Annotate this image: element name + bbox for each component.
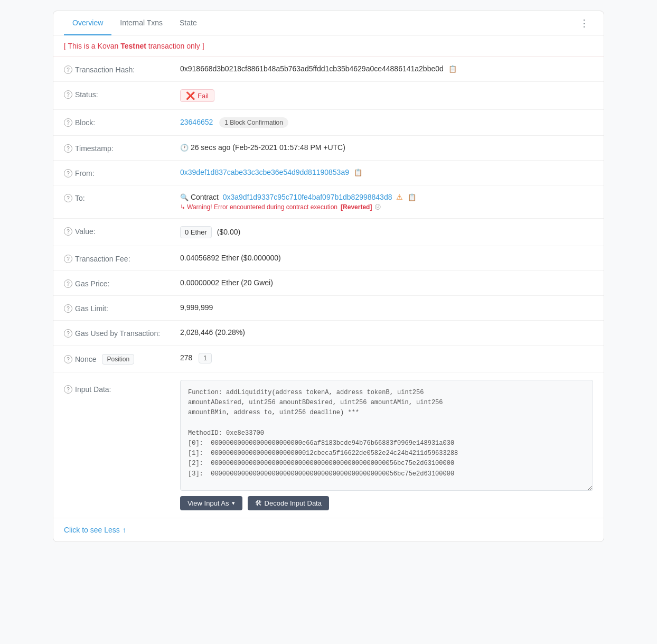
to-contract-line: 🔍 Contract 0x3a9df1d9337c95c710fe4baf097… (180, 193, 593, 201)
transaction-hash-value: 0x918668d3b0218cf8861b48a5b763ad5ffdd1cb… (180, 64, 593, 73)
status-row: ? Status: ❌ Fail (53, 82, 604, 110)
timestamp-label: ? Timestamp: (64, 143, 180, 153)
testnet-suffix: transaction only ] (146, 42, 204, 50)
transaction-hash-row: ? Transaction Hash: 0x918668d3b0218cf886… (53, 57, 604, 82)
tab-state[interactable]: State (171, 11, 205, 35)
copy-from-icon[interactable]: 📋 (354, 169, 362, 176)
more-options-icon[interactable]: ⋮ (575, 13, 593, 33)
help-icon-value[interactable]: ? (64, 227, 72, 236)
contract-search-icon: 🔍 (180, 193, 189, 201)
warning-text: ↳ Warning! Error encountered during cont… (180, 203, 593, 211)
help-icon-block[interactable]: ? (64, 118, 72, 127)
gas-price-value: 0.00000002 Ether (20 Gwei) (180, 278, 593, 287)
tabs-bar: Overview Internal Txns State ⋮ (53, 11, 604, 35)
timestamp-row: ? Timestamp: 🕐 26 secs ago (Feb-25-2021 … (53, 136, 604, 161)
nonce-position-value: 1 (199, 353, 212, 363)
tab-overview[interactable]: Overview (64, 11, 111, 35)
gas-used-label: ? Gas Used by Transaction: (64, 328, 180, 338)
decode-icon: 🛠 (255, 499, 262, 507)
gas-price-label: ? Gas Price: (64, 278, 180, 288)
transaction-fee-label: ? Transaction Fee: (64, 254, 180, 263)
block-number-link[interactable]: 23646652 (180, 118, 213, 126)
transaction-card: Overview Internal Txns State ⋮ [ This is… (53, 11, 604, 542)
testnet-prefix: [ This is a Kovan (64, 42, 120, 50)
transaction-hash-label: ? Transaction Hash: (64, 64, 180, 74)
to-row: ? To: 🔍 Contract 0x3a9df1d9337c95c710fe4… (53, 185, 604, 219)
gas-limit-value: 9,999,999 (180, 303, 593, 312)
gas-used-value: 2,028,446 (20.28%) (180, 328, 593, 337)
nonce-value: 278 1 (180, 353, 593, 363)
from-value: 0x39def1d837cabe33c3cbe36e54d9dd81190853… (180, 168, 593, 176)
help-icon-hash[interactable]: ? (64, 66, 72, 74)
help-icon-input-data[interactable]: ? (64, 385, 72, 394)
to-label: ? To: (64, 193, 180, 202)
see-less-link[interactable]: Click to see Less ↑ (53, 518, 604, 542)
copy-hash-icon[interactable]: 📋 (448, 65, 457, 73)
status-badge: ❌ Fail (180, 89, 214, 102)
help-icon-to[interactable]: ? (64, 194, 72, 202)
clock-icon: 🕐 (180, 144, 189, 152)
from-label: ? From: (64, 168, 180, 178)
block-value: 23646652 1 Block Confirmation (180, 117, 593, 128)
gas-limit-row: ? Gas Limit: 9,999,999 (53, 296, 604, 321)
input-data-value: Function: addLiquidity(address tokenA, a… (180, 380, 593, 510)
input-data-actions: View Input As 🛠 Decode Input Data (180, 496, 593, 510)
gas-price-row: ? Gas Price: 0.00000002 Ether (20 Gwei) (53, 271, 604, 296)
transaction-fee-row: ? Transaction Fee: 0.04056892 Ether ($0.… (53, 246, 604, 271)
help-icon-gas-used[interactable]: ? (64, 329, 72, 338)
warning-triangle-icon: ⚠ (396, 193, 403, 201)
block-label: ? Block: (64, 117, 180, 127)
gas-used-row: ? Gas Used by Transaction: 2,028,446 (20… (53, 321, 604, 346)
help-icon-gas-price[interactable]: ? (64, 279, 72, 288)
input-data-label: ? Input Data: (64, 380, 180, 394)
position-badge: Position (102, 354, 134, 365)
input-data-box[interactable]: Function: addLiquidity(address tokenA, a… (180, 380, 593, 491)
testnet-banner: [ This is a Kovan Testnet transaction on… (53, 35, 604, 57)
help-icon-nonce[interactable]: ? (64, 355, 72, 363)
help-icon-gas-limit[interactable]: ? (64, 304, 72, 313)
help-icon-fee[interactable]: ? (64, 255, 72, 263)
to-contract-address-link[interactable]: 0x3a9df1d9337c95c710fe4baf097b1db8299884… (223, 193, 392, 201)
nonce-row: ? Nonce Position 278 1 (53, 346, 604, 372)
input-data-row: ? Input Data: Function: addLiquidity(add… (53, 372, 604, 518)
tab-internal-txns[interactable]: Internal Txns (111, 11, 171, 35)
block-confirmation-badge: 1 Block Confirmation (219, 117, 288, 128)
gas-limit-label: ? Gas Limit: (64, 303, 180, 313)
value-label: ? Value: (64, 226, 180, 236)
copy-to-icon[interactable]: 📋 (408, 193, 416, 201)
help-icon-from[interactable]: ? (64, 169, 72, 178)
from-address-link[interactable]: 0x39def1d837cabe33c3cbe36e54d9dd81190853… (180, 168, 349, 176)
value-value: 0 Ether ($0.00) (180, 226, 593, 238)
arrow-up-icon: ↑ (123, 526, 126, 534)
ether-badge: 0 Ether (180, 226, 212, 238)
status-value: ❌ Fail (180, 89, 593, 102)
testnet-bold: Testnet (120, 42, 146, 50)
block-row: ? Block: 23646652 1 Block Confirmation (53, 110, 604, 136)
help-icon-status[interactable]: ? (64, 90, 72, 99)
fail-icon: ❌ (186, 91, 195, 100)
to-value: 🔍 Contract 0x3a9df1d9337c95c710fe4baf097… (180, 193, 593, 211)
timestamp-value: 🕐 26 secs ago (Feb-25-2021 01:57:48 PM +… (180, 143, 593, 152)
decode-input-data-button[interactable]: 🛠 Decode Input Data (248, 496, 329, 510)
value-row: ? Value: 0 Ether ($0.00) (53, 219, 604, 246)
from-row: ? From: 0x39def1d837cabe33c3cbe36e54d9dd… (53, 161, 604, 185)
status-label: ? Status: (64, 89, 180, 99)
view-input-as-button[interactable]: View Input As (180, 496, 242, 510)
help-icon-timestamp[interactable]: ? (64, 144, 72, 153)
nonce-label: ? Nonce Position (64, 353, 180, 365)
transaction-fee-value: 0.04056892 Ether ($0.000000) (180, 254, 593, 262)
